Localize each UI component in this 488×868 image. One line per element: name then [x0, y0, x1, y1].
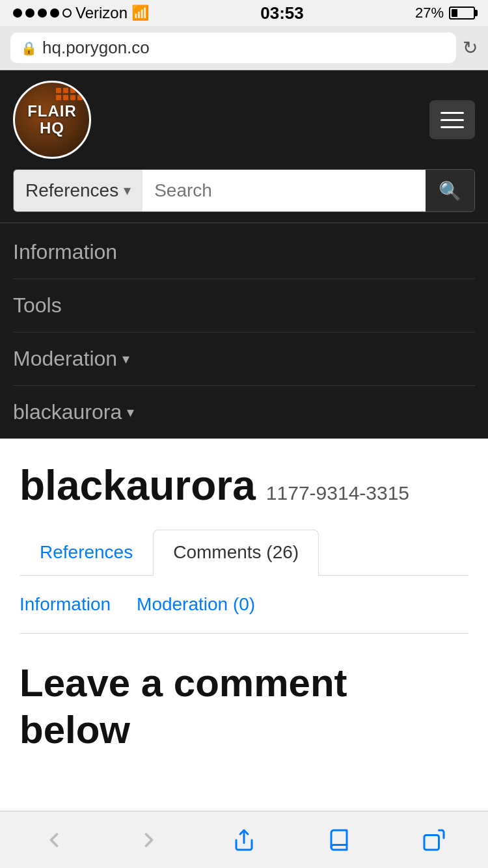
hamburger-line-2	[441, 119, 464, 121]
nav-top: FLAIR HQ	[0, 70, 488, 169]
nav-header: FLAIR HQ References ▾ 🔍 Information Tool…	[0, 70, 488, 439]
battery-fill	[452, 9, 457, 17]
nav-item-tools-label: Tools	[13, 293, 62, 318]
nav-divider	[0, 223, 488, 223]
nav-item-tools[interactable]: Tools	[13, 279, 475, 332]
tabs-row-2: Information Moderation (0)	[20, 576, 468, 634]
user-caret-icon: ▾	[127, 404, 134, 421]
nav-item-information-label: Information	[13, 240, 117, 264]
profile-username: blackaurora	[20, 465, 256, 506]
address-bar: 🔒 hq.porygon.co ↻	[0, 26, 488, 70]
signal-dot-5	[62, 8, 72, 18]
url-text: hq.porygon.co	[42, 38, 150, 58]
search-bar: References ▾ 🔍	[13, 169, 475, 212]
tab-information[interactable]: Information	[20, 589, 124, 620]
comment-heading: Leave a comment below	[20, 660, 468, 753]
lock-icon: 🔒	[21, 40, 37, 56]
signal-dot-1	[13, 8, 22, 18]
tab-moderation[interactable]: Moderation (0)	[124, 589, 268, 620]
logo[interactable]: FLAIR HQ	[13, 81, 91, 159]
nav-item-information[interactable]: Information	[13, 226, 475, 279]
main-content: blackaurora 1177-9314-3315 References Co…	[0, 439, 488, 773]
tab-comments[interactable]: Comments (26)	[153, 530, 319, 576]
nav-item-moderation[interactable]: Moderation ▾	[13, 332, 475, 386]
battery-icon	[449, 7, 475, 20]
status-left: Verizon 📶	[13, 4, 149, 22]
time-display: 03:53	[260, 3, 304, 23]
search-category-label: References	[25, 180, 118, 201]
signal-dot-3	[38, 8, 47, 18]
carrier-label: Verizon	[75, 4, 128, 22]
profile-header: blackaurora 1177-9314-3315	[20, 465, 468, 506]
hamburger-line-3	[441, 126, 464, 128]
search-category-dropdown[interactable]: References ▾	[14, 170, 142, 211]
nav-item-user[interactable]: blackaurora ▾	[13, 386, 475, 439]
hamburger-button[interactable]	[429, 100, 475, 139]
logo-text: FLAIR HQ	[27, 103, 77, 137]
comment-section: Leave a comment below	[20, 653, 468, 760]
logo-dots	[56, 88, 83, 100]
status-bar: Verizon 📶 03:53 27%	[0, 0, 488, 26]
status-right: 27%	[415, 5, 475, 21]
nav-items: Information Tools Moderation ▾ blackauro…	[0, 226, 488, 439]
signal-dot-4	[50, 8, 59, 18]
nav-item-user-label: blackaurora	[13, 400, 122, 424]
battery-percent: 27%	[415, 5, 444, 21]
search-input[interactable]	[142, 170, 426, 211]
search-icon: 🔍	[439, 181, 461, 201]
reload-icon[interactable]: ↻	[463, 37, 478, 59]
profile-code: 1177-9314-3315	[266, 482, 409, 504]
search-submit-button[interactable]: 🔍	[426, 170, 474, 211]
moderation-caret-icon: ▾	[122, 351, 129, 368]
url-input[interactable]: 🔒 hq.porygon.co	[10, 33, 456, 63]
hamburger-line-1	[441, 112, 464, 114]
dropdown-arrow-icon: ▾	[124, 182, 131, 199]
tabs-row-1: References Comments (26)	[20, 530, 468, 576]
tab-references[interactable]: References	[20, 530, 153, 575]
signal-indicator	[13, 8, 72, 18]
signal-dot-2	[25, 8, 34, 18]
wifi-icon: 📶	[131, 5, 149, 21]
nav-item-moderation-label: Moderation	[13, 347, 117, 371]
